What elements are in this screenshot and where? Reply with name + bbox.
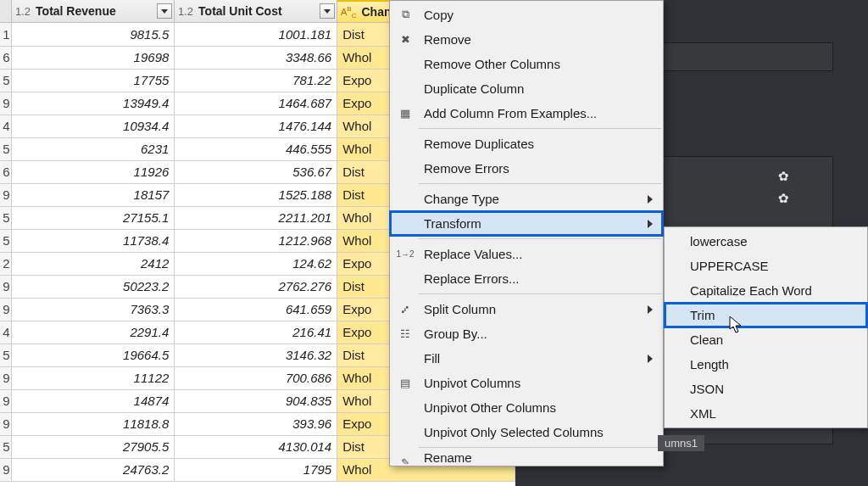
row-index-cell: 5 <box>0 344 12 366</box>
cell-total-unit-cost[interactable]: 1476.144 <box>175 115 337 137</box>
row-index-cell: 9 <box>0 275 12 298</box>
replace-icon: 1→2 <box>397 246 414 261</box>
cell-total-revenue[interactable]: 27905.5 <box>12 435 175 458</box>
group-icon: ☷ <box>397 326 414 341</box>
type-icon: 1.2 <box>15 5 31 18</box>
column-header-total-unit-cost[interactable]: 1.2 Total Unit Cost <box>175 0 337 23</box>
cell-total-unit-cost[interactable]: 393.96 <box>175 412 337 435</box>
cell-total-revenue[interactable]: 2291.4 <box>12 321 175 344</box>
submenu-clean[interactable]: Clean <box>665 327 867 352</box>
menu-split-column[interactable]: ⑇Split Column <box>390 297 663 321</box>
menu-label: Replace Errors... <box>424 271 520 286</box>
cell-total-unit-cost[interactable]: 4130.014 <box>175 435 337 458</box>
menu-duplicate-column[interactable]: Duplicate Column <box>390 76 663 101</box>
cell-total-unit-cost[interactable]: 536.67 <box>175 160 337 183</box>
submenu-xml[interactable]: XML <box>665 401 867 426</box>
cell-total-unit-cost[interactable]: 3348.66 <box>175 46 337 69</box>
cell-total-unit-cost[interactable]: 446.555 <box>175 137 337 160</box>
menu-label: XML <box>690 406 716 421</box>
cell-total-revenue[interactable]: 7363.3 <box>12 298 175 321</box>
cell-total-unit-cost[interactable]: 1795 <box>175 458 337 481</box>
cell-total-revenue[interactable]: 2412 <box>12 252 175 275</box>
menu-remove-other-columns[interactable]: Remove Other Columns <box>390 52 663 76</box>
cell-total-revenue[interactable]: 6231 <box>12 137 175 160</box>
row-index-cell: 1 <box>0 23 12 46</box>
cell-total-revenue[interactable]: 14874 <box>12 389 175 412</box>
menu-unpivot-other-columns[interactable]: Unpivot Other Columns <box>390 395 663 420</box>
menu-replace-errors[interactable]: Replace Errors... <box>390 266 663 291</box>
row-index-cell: 2 <box>0 252 12 275</box>
row-index-cell: 9 <box>0 92 12 115</box>
menu-label: Change Type <box>424 192 499 206</box>
cell-total-revenue[interactable]: 11818.8 <box>12 412 175 435</box>
cell-total-revenue[interactable]: 18157 <box>12 183 175 206</box>
cell-total-revenue[interactable]: 24763.2 <box>12 458 175 481</box>
menu-replace-values[interactable]: 1→2Replace Values... <box>390 242 663 266</box>
cell-total-unit-cost[interactable]: 1464.687 <box>175 92 337 115</box>
cell-total-unit-cost[interactable]: 1525.188 <box>175 183 337 206</box>
cell-total-revenue[interactable]: 13949.4 <box>12 92 175 115</box>
cell-total-revenue[interactable]: 9815.5 <box>12 23 175 46</box>
menu-remove[interactable]: ✖Remove <box>390 27 663 52</box>
menu-transform[interactable]: Transform <box>390 211 663 236</box>
menu-label: Clean <box>690 332 723 347</box>
row-index-cell: 9 <box>0 298 12 321</box>
menu-label: Unpivot Only Selected Columns <box>424 425 604 439</box>
cell-total-unit-cost[interactable]: 1001.181 <box>175 23 337 46</box>
row-index-cell: 9 <box>0 412 12 435</box>
column-header-total-revenue[interactable]: 1.2 Total Revenue <box>12 0 175 23</box>
menu-rename[interactable]: ✎Rename <box>390 450 663 464</box>
cell-total-revenue[interactable]: 50223.2 <box>12 275 175 298</box>
submenu-capitalize[interactable]: Capitalize Each Word <box>665 278 867 303</box>
remove-icon: ✖ <box>397 31 414 47</box>
cell-total-revenue[interactable]: 27155.1 <box>12 206 175 229</box>
gear-icon[interactable]: ✿ <box>778 192 792 205</box>
cell-total-unit-cost[interactable]: 2762.276 <box>175 275 337 298</box>
menu-label: Unpivot Columns <box>424 376 520 390</box>
menu-label: Remove Duplicates <box>424 137 534 151</box>
submenu-lowercase[interactable]: lowercase <box>665 229 867 254</box>
cell-total-unit-cost[interactable]: 2211.201 <box>175 206 337 229</box>
step-badge[interactable]: umns1 <box>658 435 704 451</box>
submenu-trim[interactable]: Trim <box>665 303 867 327</box>
column-filter-dropdown-icon[interactable] <box>157 3 172 19</box>
row-index-cell: 5 <box>0 137 12 160</box>
menu-copy[interactable]: ⧉Copy <box>390 3 663 27</box>
menu-add-column-from-examples[interactable]: ▦Add Column From Examples... <box>390 101 663 126</box>
cell-total-unit-cost[interactable]: 1212.968 <box>175 229 337 252</box>
submenu-length[interactable]: Length <box>665 352 867 377</box>
cell-total-revenue[interactable]: 17755 <box>12 69 175 92</box>
cell-total-revenue[interactable]: 11122 <box>12 366 175 389</box>
cell-total-revenue[interactable]: 19698 <box>12 46 175 69</box>
menu-label: Add Column From Examples... <box>424 106 597 120</box>
cell-total-unit-cost[interactable]: 216.41 <box>175 321 337 344</box>
menu-remove-errors[interactable]: Remove Errors <box>390 156 663 181</box>
cell-total-revenue[interactable]: 11926 <box>12 160 175 183</box>
column-filter-dropdown-icon[interactable] <box>320 3 335 19</box>
menu-fill[interactable]: Fill <box>390 346 663 371</box>
cell-total-unit-cost[interactable]: 124.62 <box>175 252 337 275</box>
split-icon: ⑇ <box>397 301 414 316</box>
menu-change-type[interactable]: Change Type <box>390 187 663 211</box>
menu-unpivot-columns[interactable]: ▤Unpivot Columns <box>390 371 663 395</box>
cell-total-revenue[interactable]: 19664.5 <box>12 344 175 366</box>
row-index-cell: 5 <box>0 229 12 252</box>
menu-label: Group By... <box>424 327 487 341</box>
menu-remove-duplicates[interactable]: Remove Duplicates <box>390 131 663 156</box>
cell-total-revenue[interactable]: 10934.4 <box>12 115 175 137</box>
cell-total-unit-cost[interactable]: 700.686 <box>175 366 337 389</box>
menu-label: Trim <box>690 308 715 322</box>
cell-total-unit-cost[interactable]: 3146.32 <box>175 344 337 366</box>
gear-icon[interactable]: ✿ <box>778 170 792 183</box>
submenu-uppercase[interactable]: UPPERCASE <box>665 254 867 278</box>
cell-total-unit-cost[interactable]: 904.835 <box>175 389 337 412</box>
cell-total-unit-cost[interactable]: 781.22 <box>175 69 337 92</box>
menu-label: Capitalize Each Word <box>690 283 812 298</box>
submenu-json[interactable]: JSON <box>665 377 867 401</box>
cell-total-unit-cost[interactable]: 641.659 <box>175 298 337 321</box>
menu-group-by[interactable]: ☷Group By... <box>390 321 663 346</box>
menu-label: JSON <box>690 382 724 396</box>
column-label: Total Revenue <box>36 4 116 18</box>
cell-total-revenue[interactable]: 11738.4 <box>12 229 175 252</box>
menu-unpivot-selected-columns[interactable]: Unpivot Only Selected Columns <box>390 420 663 444</box>
